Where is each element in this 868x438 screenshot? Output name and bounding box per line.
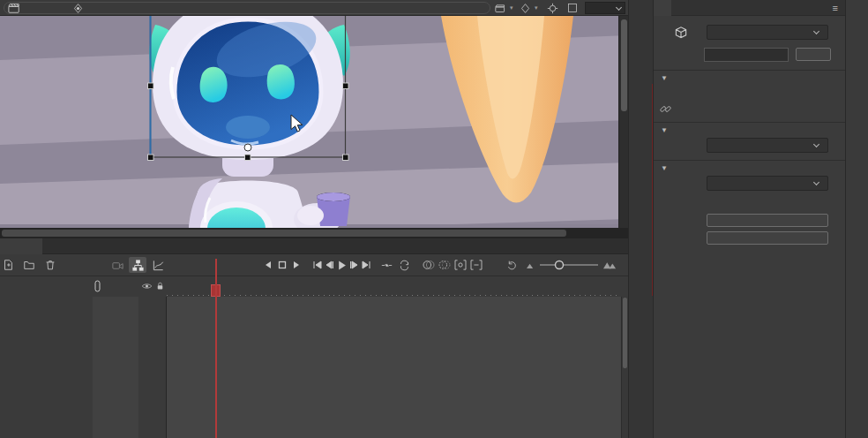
edit-multiple-frames-button[interactable] xyxy=(453,257,468,273)
tab-timeline[interactable] xyxy=(0,238,42,254)
show-layer-depth-button[interactable] xyxy=(150,257,166,273)
properties-panel: ≡ ▼ xyxy=(653,0,845,438)
playhead-line[interactable] xyxy=(215,259,217,438)
handle-bottom-left[interactable] xyxy=(148,155,154,161)
column-divider xyxy=(166,276,167,438)
reset-timeline-zoom-button[interactable] xyxy=(505,257,519,273)
loop-playback-button[interactable] xyxy=(397,257,411,273)
show-parenting-view-button[interactable] xyxy=(129,257,146,273)
section-looping[interactable]: ▼ xyxy=(654,160,845,174)
onion-skin-button[interactable] xyxy=(422,257,436,273)
tab-output[interactable] xyxy=(44,238,62,254)
section-position-size[interactable]: ▼ xyxy=(654,70,845,84)
stage-zoom-select[interactable] xyxy=(585,2,625,14)
timeline-header xyxy=(0,276,628,297)
timeline-panel xyxy=(0,238,628,438)
new-folder-button[interactable] xyxy=(21,257,37,273)
timeline-tabbar xyxy=(0,238,628,254)
tab-properties[interactable] xyxy=(654,0,671,16)
robot-mouth xyxy=(226,116,270,139)
docked-panel-strip xyxy=(628,0,653,438)
onion-skin-outlines-button[interactable] xyxy=(438,257,452,273)
stage-canvas[interactable] xyxy=(0,16,628,238)
scene-icon[interactable] xyxy=(8,0,20,16)
properties-tabbar: ≡ xyxy=(654,0,845,16)
timeline-toolbar xyxy=(0,254,628,276)
play-button[interactable] xyxy=(335,257,348,273)
robot-eye-left xyxy=(200,67,228,102)
go-to-last-frame-button[interactable] xyxy=(360,257,372,273)
robot-head[interactable] xyxy=(149,16,350,160)
stage-vertical-scrollbar[interactable] xyxy=(618,16,628,228)
graphic-symbol-icon xyxy=(673,25,689,42)
eye-icon[interactable] xyxy=(141,281,153,293)
chevron-down-icon xyxy=(813,28,819,34)
disclosure-triangle-icon: ▼ xyxy=(661,74,668,82)
zoom-in-frames-icon[interactable] xyxy=(602,257,617,273)
instance-name-field[interactable] xyxy=(704,48,789,62)
step-back-button[interactable] xyxy=(262,257,274,273)
frames-area[interactable] xyxy=(166,276,621,438)
chevron-down-icon xyxy=(813,179,819,185)
disclosure-triangle-icon: ▼ xyxy=(661,126,668,134)
next-frame-button[interactable] xyxy=(348,257,360,273)
loop-options-select[interactable] xyxy=(707,176,828,191)
timeline-vertical-scrollbar[interactable] xyxy=(621,276,628,438)
stage-horizontal-scrollbar[interactable] xyxy=(0,228,628,238)
chevron-down-icon xyxy=(813,141,819,147)
chevron-down-icon xyxy=(616,4,622,10)
link-width-height-icon[interactable] xyxy=(659,102,672,117)
edit-symbols-button[interactable]: ▾ xyxy=(520,0,538,16)
robot-eye-right xyxy=(267,64,295,99)
edit-scene-button[interactable]: ▾ xyxy=(495,0,513,16)
ruler-ticks xyxy=(167,295,621,296)
stop-button[interactable] xyxy=(276,257,288,273)
symbol-behavior-select[interactable] xyxy=(707,25,828,40)
swap-button[interactable] xyxy=(796,48,831,61)
parenting-column xyxy=(93,276,138,438)
add-camera-button[interactable] xyxy=(109,257,125,273)
section-color-effect[interactable]: ▼ xyxy=(654,122,845,136)
clip-content-button[interactable] xyxy=(567,0,578,16)
tools-toolbar xyxy=(845,0,868,438)
handle-left-mid[interactable] xyxy=(148,83,154,89)
center-stage-button[interactable] xyxy=(547,0,558,16)
transform-point[interactable] xyxy=(244,144,251,151)
delete-layer-button[interactable] xyxy=(42,257,58,273)
handle-bottom-mid[interactable] xyxy=(245,155,251,161)
edit-bar: ▾ ▾ xyxy=(0,0,628,16)
tab-library[interactable] xyxy=(671,0,689,16)
frame-rate-indicator[interactable] xyxy=(221,261,223,270)
zoom-out-frames-icon[interactable] xyxy=(524,257,536,273)
go-to-first-frame-button[interactable] xyxy=(311,257,323,273)
lock-icon[interactable] xyxy=(155,281,165,293)
onion-skin-range-button[interactable] xyxy=(469,257,483,273)
panel-menu-icon[interactable]: ≡ xyxy=(833,3,838,13)
symbol-icon xyxy=(72,0,84,16)
previous-frame-button[interactable] xyxy=(323,257,335,273)
center-frame-button[interactable] xyxy=(379,257,393,273)
disclosure-triangle-icon: ▼ xyxy=(661,164,668,172)
animate-app: ▾ ▾ xyxy=(0,0,868,438)
color-style-select[interactable] xyxy=(707,138,828,153)
stage-artwork xyxy=(0,16,628,238)
frame-size-slider[interactable] xyxy=(538,257,600,273)
playhead-position-icon xyxy=(94,280,101,294)
handle-bottom-right[interactable] xyxy=(343,155,349,161)
use-frame-picker-button[interactable] xyxy=(707,214,828,227)
new-layer-button[interactable] xyxy=(0,257,16,273)
step-forward-button[interactable] xyxy=(290,257,303,273)
lip-syncing-button[interactable] xyxy=(707,231,828,245)
handle-right-mid[interactable] xyxy=(343,83,349,89)
